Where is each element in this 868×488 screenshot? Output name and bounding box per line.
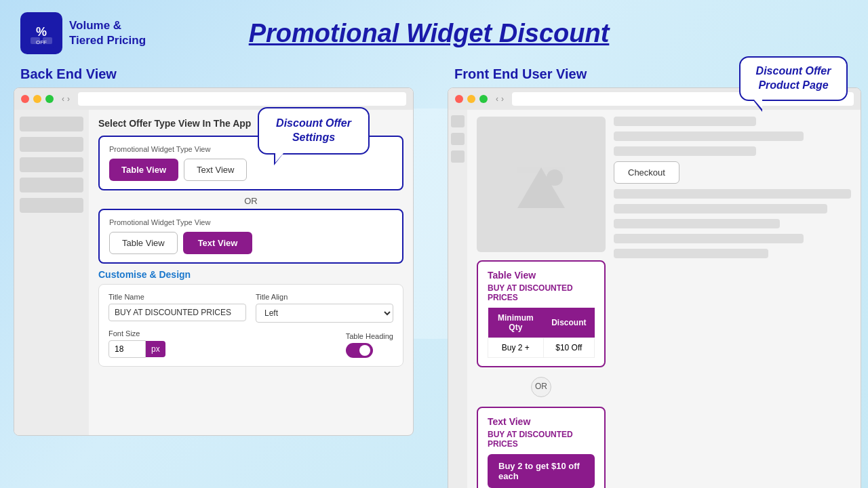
main-content-left: Select Offer Type View In The App Promot… <box>89 110 413 435</box>
tv2-title: Text View <box>488 416 595 427</box>
table-view-button-active[interactable]: Table View <box>109 159 178 181</box>
tv-row1-col1: Buy 2 + <box>488 338 544 358</box>
sidebar-item-2 <box>20 137 83 152</box>
speech-bubble-left: Discount Offer Settings <box>258 107 370 155</box>
table-row: Buy 2 + $10 Off <box>488 338 595 358</box>
px-badge: px <box>146 341 165 357</box>
svg-rect-4 <box>43 37 52 44</box>
right-browser-body: Table View BUY AT DISCOUNTED PRICES Mini… <box>448 110 861 488</box>
tv-subtitle: BUY AT DISCOUNTED PRICES <box>488 283 595 302</box>
sidebar-item-3 <box>20 157 83 172</box>
form-row-2: Font Size px Table Heading <box>108 329 393 358</box>
table-heading-toggle[interactable] <box>346 343 373 358</box>
tv-title: Table View <box>488 270 595 281</box>
title-align-select[interactable]: Left Center Right <box>256 304 393 323</box>
right-sidebar <box>448 110 467 488</box>
font-size-group: Font Size px <box>108 329 336 358</box>
card2-buttons: Table View Text View <box>109 232 393 254</box>
backend-label: Back End View <box>14 66 434 82</box>
table-heading-label: Table Heading <box>346 332 393 340</box>
detail-line-7 <box>614 234 804 243</box>
svg-text:%: % <box>36 25 47 39</box>
detail-line-4 <box>614 189 851 199</box>
right-column: Front End User View Discount Offer Produ… <box>434 66 868 488</box>
frontend-label: Front End User View <box>448 66 587 82</box>
text-view-button-inactive[interactable]: Text View <box>184 159 247 181</box>
or-divider-left: OR <box>98 196 403 206</box>
browser-nav-left: ‹ › <box>62 94 70 104</box>
bubble-left-line1: Discount Offer <box>271 117 356 131</box>
tv2-subtitle: BUY AT DISCOUNTED PRICES <box>488 430 595 449</box>
customise-heading: Customise & Design <box>98 269 403 280</box>
bubble-right-line2: Product Page <box>751 79 835 93</box>
title-name-label: Title Name <box>108 293 246 301</box>
svg-rect-3 <box>31 37 40 44</box>
product-image <box>477 117 606 252</box>
bubble-right-line1: Discount Offer <box>751 64 835 79</box>
dot-green-right[interactable] <box>479 95 488 103</box>
title-align-group: Title Align Left Center Right <box>256 293 393 323</box>
url-bar-left[interactable] <box>78 92 406 106</box>
left-sidebar <box>14 110 89 435</box>
sidebar-item-5 <box>20 198 83 213</box>
page-title: Promotional Widget Discount <box>146 19 712 48</box>
checkout-button[interactable]: Checkout <box>614 161 679 184</box>
tv-row1-col2: $10 Off <box>543 338 594 358</box>
bubble-left-line2: Settings <box>271 131 356 145</box>
back-arrow-right[interactable]: ‹ <box>496 94 498 104</box>
product-detail-area: Checkout <box>614 117 851 488</box>
back-arrow[interactable]: ‹ <box>62 94 64 104</box>
detail-line-8 <box>614 249 768 258</box>
text-view-button-active[interactable]: Text View <box>183 232 253 254</box>
tv2-offer-btn: Buy 2 to get $10 off each <box>488 454 595 488</box>
widget-card-2: Promotional Widget Type View Table View … <box>98 209 403 264</box>
dot-red-right[interactable] <box>455 95 463 103</box>
svg-point-6 <box>547 169 563 186</box>
detail-line-3 <box>614 146 756 156</box>
left-column: Back End View ‹ › <box>14 66 434 488</box>
sidebar-item-1 <box>20 117 83 131</box>
or-circle: OR <box>531 377 551 397</box>
font-size-label: Font Size <box>108 329 336 338</box>
table-view-widget: Table View BUY AT DISCOUNTED PRICES Mini… <box>477 260 606 367</box>
table-view-button-inactive[interactable]: Table View <box>109 232 178 254</box>
detail-line-2 <box>614 131 804 141</box>
table-heading-group: Table Heading <box>346 332 393 358</box>
font-size-input-group: px <box>108 340 336 358</box>
font-size-input[interactable] <box>108 340 146 358</box>
detail-line-6 <box>614 219 780 228</box>
dot-yellow[interactable] <box>33 95 41 103</box>
tv-table: Minimum Qty Discount Buy 2 + $10 Off <box>488 308 595 358</box>
product-image-area: Table View BUY AT DISCOUNTED PRICES Mini… <box>477 117 606 488</box>
dot-green[interactable] <box>45 95 54 103</box>
form-row-1: Title Name Title Align Left Center Right <box>108 293 393 323</box>
or-divider-right: OR <box>477 373 606 401</box>
sidebar-item-4 <box>20 178 83 192</box>
browser-nav-right: ‹ › <box>496 94 504 104</box>
browser-body-left: Select Offer Type View In The App Promot… <box>14 110 413 435</box>
tv-col2-header: Discount <box>543 308 594 338</box>
text-view-widget: Text View BUY AT DISCOUNTED PRICES Buy 2… <box>477 407 606 488</box>
right-main-content: Table View BUY AT DISCOUNTED PRICES Mini… <box>467 110 861 488</box>
right-sidebar-item-3 <box>451 150 465 163</box>
speech-bubble-right: Discount Offer Product Page <box>739 56 848 101</box>
toggle-slider <box>346 343 373 358</box>
logo-box: % OFF Volume & Tiered Pricing <box>20 12 146 54</box>
card1-buttons: Table View Text View <box>109 159 393 181</box>
dot-yellow-right[interactable] <box>467 95 475 103</box>
title-align-label: Title Align <box>256 293 393 301</box>
detail-line-5 <box>614 204 827 214</box>
forward-arrow-right[interactable]: › <box>501 94 504 104</box>
right-sidebar-item-2 <box>451 133 465 145</box>
header: % OFF Volume & Tiered Pricing Promotiona… <box>0 0 868 66</box>
card2-label: Promotional Widget Type View <box>109 218 393 226</box>
dot-red[interactable] <box>21 95 29 103</box>
customise-card: Title Name Title Align Left Center Right <box>98 284 403 367</box>
tv-col1-header: Minimum Qty <box>488 308 544 338</box>
title-name-input[interactable] <box>108 304 246 321</box>
detail-line-1 <box>614 117 756 126</box>
logo-text: Volume & Tiered Pricing <box>69 18 146 48</box>
frontend-browser: ‹ › <box>448 87 861 488</box>
title-name-group: Title Name <box>108 293 246 323</box>
forward-arrow[interactable]: › <box>67 94 70 104</box>
